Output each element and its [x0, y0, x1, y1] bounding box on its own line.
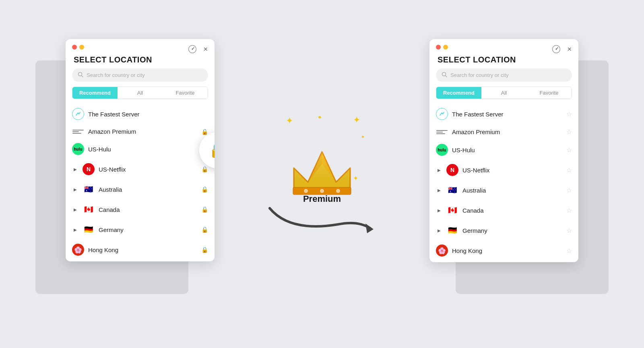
right-hk-star[interactable]: ☆ [566, 247, 572, 255]
right-item-hongkong[interactable]: 🌸 Hong Kong ☆ [429, 240, 578, 261]
left-tab-favorite[interactable]: Favorite [163, 87, 208, 99]
left-tab-all[interactable]: All [118, 87, 163, 99]
right-item-australia[interactable]: ▶ 🇦🇺 Australia ☆ [429, 180, 578, 200]
left-fastest-name: The Fastest Server [88, 111, 208, 118]
right-netflix-star[interactable]: ☆ [566, 166, 572, 174]
left-item-hulu[interactable]: hulu US-Hulu 🔒 [66, 139, 215, 159]
left-netflix-lock: 🔒 [201, 166, 208, 172]
left-tab-recommend[interactable]: Recommend [72, 87, 118, 99]
left-tabs: Recommend All Favorite [72, 87, 208, 99]
left-canada-expand[interactable]: ▶ [72, 206, 78, 213]
right-netflix-expand[interactable]: ▶ [436, 167, 442, 173]
right-window-controls: ✕ [552, 45, 572, 54]
right-fastest-name: The Fastest Server [452, 111, 562, 118]
left-canada-lock: 🔒 [201, 206, 208, 213]
left-speed-icon[interactable] [188, 45, 197, 54]
left-australia-lock: 🔒 [201, 186, 208, 193]
right-germany-star[interactable]: ☆ [566, 227, 572, 234]
right-window-title: SELECT LOCATION [429, 53, 578, 68]
right-search-placeholder: Search for country or city [450, 72, 509, 78]
sparkle-bottom-right: ✦ [353, 174, 358, 182]
right-tab-recommend[interactable]: Recommend [436, 87, 481, 99]
main-container: ✕ SELECT LOCATION Search for country or … [0, 0, 644, 348]
left-germany-expand[interactable]: ▶ [72, 226, 78, 233]
left-item-fastest[interactable]: The Fastest Server [66, 104, 215, 124]
left-canada-flag: 🇨🇦 [83, 203, 95, 215]
right-australia-flag: 🇦🇺 [446, 184, 458, 196]
right-canada-expand[interactable]: ▶ [436, 207, 442, 213]
svg-line-18 [446, 76, 447, 77]
right-item-amazon[interactable]: Amazon Premium ☆ [429, 124, 578, 140]
right-hulu-star[interactable]: ☆ [566, 146, 572, 154]
right-close-light[interactable] [436, 45, 441, 50]
svg-marker-5 [294, 152, 350, 192]
right-speed-icon[interactable] [552, 45, 561, 54]
right-canada-name: Canada [462, 207, 562, 214]
svg-point-9 [320, 189, 324, 193]
left-hulu-icon: hulu [72, 143, 84, 155]
svg-point-2 [192, 49, 193, 50]
right-amazon-icon [436, 129, 448, 135]
right-tab-all[interactable]: All [481, 87, 526, 99]
right-fastest-star[interactable]: ☆ [566, 110, 572, 118]
left-close-light[interactable] [72, 45, 77, 50]
left-australia-expand[interactable]: ▶ [72, 186, 78, 193]
premium-label: Premium [303, 194, 341, 204]
left-hk-icon: 🌸 [72, 244, 84, 256]
svg-rect-7 [293, 187, 351, 195]
left-germany-name: Germany [99, 226, 197, 233]
sparkle-top-right: ✦ [353, 115, 360, 125]
right-australia-star[interactable]: ☆ [566, 186, 572, 194]
left-fastest-icon [72, 108, 84, 120]
right-minimize-light[interactable] [443, 45, 448, 50]
right-item-netflix[interactable]: ▶ N US-Netflix ☆ [429, 160, 578, 180]
left-location-list: The Fastest Server Amazon Premium 🔒 hulu… [66, 102, 215, 261]
right-netflix-icon: N [446, 164, 458, 176]
left-australia-flag: 🇦🇺 [83, 183, 95, 195]
sparkle-right: ● [361, 134, 364, 139]
left-item-amazon[interactable]: Amazon Premium 🔒 [66, 124, 215, 139]
left-item-netflix[interactable]: ▶ N US-Netflix 🔒 [66, 159, 215, 179]
left-search-bar[interactable]: Search for country or city [72, 68, 208, 82]
svg-line-4 [82, 76, 83, 77]
left-netflix-expand[interactable]: ▶ [72, 166, 78, 172]
svg-point-8 [304, 189, 308, 193]
right-canada-flag: 🇨🇦 [446, 204, 458, 216]
right-germany-expand[interactable]: ▶ [436, 227, 442, 234]
svg-point-10 [336, 189, 340, 193]
right-item-hulu[interactable]: hulu US-Hulu ☆ [429, 140, 578, 160]
svg-marker-6 [294, 152, 350, 192]
left-window-header: ✕ [66, 39, 215, 53]
left-hulu-name: US-Hulu [88, 146, 197, 153]
right-item-canada[interactable]: ▶ 🇨🇦 Canada ☆ [429, 200, 578, 220]
right-search-icon [442, 72, 447, 79]
right-amazon-name: Amazon Premium [452, 128, 562, 135]
sparkle-top-left: ✦ [286, 116, 293, 126]
right-search-bar[interactable]: Search for country or city [436, 68, 572, 82]
right-tab-favorite[interactable]: Favorite [526, 87, 572, 99]
left-window: ✕ SELECT LOCATION Search for country or … [66, 39, 215, 261]
left-item-germany[interactable]: ▶ 🇩🇪 Germany 🔒 [66, 220, 215, 240]
right-window: ✕ SELECT LOCATION Search for country or … [429, 39, 578, 262]
svg-marker-13 [365, 224, 374, 233]
sparkle-top-center: ● [318, 114, 321, 120]
right-australia-expand[interactable]: ▶ [436, 187, 442, 193]
right-canada-star[interactable]: ☆ [566, 207, 572, 214]
right-item-germany[interactable]: ▶ 🇩🇪 Germany ☆ [429, 220, 578, 240]
left-australia-name: Australia [99, 186, 197, 193]
right-close-button[interactable]: ✕ [567, 46, 572, 52]
left-item-canada[interactable]: ▶ 🇨🇦 Canada 🔒 [66, 199, 215, 220]
right-location-list: The Fastest Server ☆ Amazon Premium ☆ hu… [429, 102, 578, 262]
right-australia-name: Australia [462, 187, 562, 194]
left-minimize-light[interactable] [79, 45, 84, 50]
left-traffic-lights [72, 45, 84, 50]
left-window-title: SELECT LOCATION [66, 53, 215, 68]
svg-marker-11 [308, 152, 322, 182]
left-item-hongkong[interactable]: 🌸 Hong Kong 🔒 [66, 240, 215, 260]
svg-point-16 [556, 49, 557, 50]
right-hk-name: Hong Kong [452, 247, 562, 254]
left-close-button[interactable]: ✕ [203, 46, 208, 52]
left-item-australia[interactable]: ▶ 🇦🇺 Australia 🔒 [66, 179, 215, 199]
right-amazon-star[interactable]: ☆ [566, 128, 572, 136]
right-item-fastest[interactable]: The Fastest Server ☆ [429, 104, 578, 124]
